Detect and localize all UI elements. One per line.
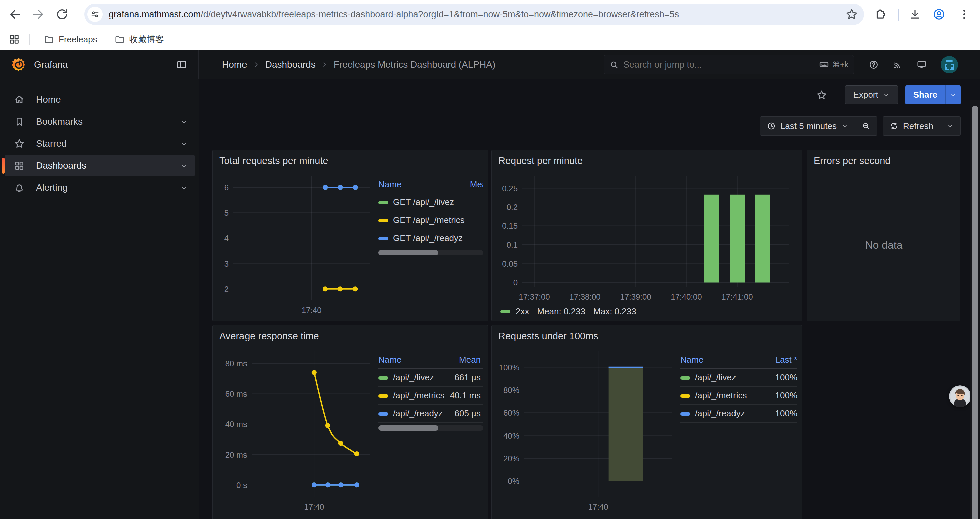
legend-row[interactable]: /api/_/readyz605 µs620 xyxy=(378,405,483,423)
scrollbar-track[interactable] xyxy=(970,100,980,519)
bookmark-folder-freeleaps[interactable]: Freeleaps xyxy=(39,32,103,48)
panel-title[interactable]: Average response time xyxy=(213,325,488,342)
search-box[interactable]: ⌘+k xyxy=(604,55,854,75)
share-button[interactable]: Share xyxy=(905,86,945,104)
area-chart[interactable]: 100%80%60%40%20%0%17:40 xyxy=(496,347,676,514)
sidebar-item-label: Alerting xyxy=(36,182,68,193)
legend-scrollbar[interactable] xyxy=(378,425,483,431)
panel-average-response-time: Average response time 80 ms60 ms40 ms20 … xyxy=(213,325,488,519)
chevron-down-icon[interactable] xyxy=(180,162,188,170)
share-menu-button[interactable] xyxy=(945,86,961,104)
news-rss-icon[interactable] xyxy=(892,60,903,70)
sidebar-item-bookmarks[interactable]: Bookmarks xyxy=(5,111,195,132)
address-bar[interactable]: grafana.mathmast.com/d/deytv4rwavabkb/fr… xyxy=(84,4,864,25)
legend-column-header[interactable]: Name xyxy=(378,177,465,193)
bookmark-folder-blogs[interactable]: 收藏博客 xyxy=(110,31,169,48)
legend-header-row: NameLast * xyxy=(681,353,797,369)
chevron-down-icon xyxy=(947,123,954,129)
panel-title[interactable]: Request per minute xyxy=(492,150,802,166)
browser-profile-icon[interactable] xyxy=(932,8,945,21)
sidebar-item-alerting[interactable]: Alerting xyxy=(5,177,195,198)
chevron-down-icon[interactable] xyxy=(180,184,188,192)
panel-legend: NameLast */api/_/livez100%/api/_/metrics… xyxy=(681,353,797,519)
sidebar-item-home[interactable]: Home xyxy=(5,89,195,110)
legend-swatch xyxy=(681,394,690,398)
legend-scrollbar[interactable] xyxy=(378,250,483,256)
panel-body: 80 ms60 ms40 ms20 ms0 s17:40 NameMeanLas… xyxy=(217,347,485,519)
svg-text:17:39:00: 17:39:00 xyxy=(620,292,651,301)
panel-title[interactable]: Errors per second xyxy=(807,150,960,166)
svg-text:0%: 0% xyxy=(508,477,519,485)
downloads-icon[interactable] xyxy=(908,8,921,21)
export-button[interactable]: Export xyxy=(845,86,898,104)
legend-row[interactable]: /api/_/livez661 µs646 xyxy=(378,369,483,387)
browser-reload-icon[interactable] xyxy=(56,8,69,21)
chevron-down-icon[interactable] xyxy=(180,118,188,126)
legend-column-header[interactable]: Mean xyxy=(445,353,481,369)
chevron-right-icon xyxy=(321,61,328,69)
breadcrumb-dashboards[interactable]: Dashboards xyxy=(265,59,315,70)
legend-value: 2 xyxy=(465,211,483,230)
chevron-down-icon[interactable] xyxy=(180,140,188,148)
svg-text:80 ms: 80 ms xyxy=(226,359,247,368)
time-range-button[interactable]: Last 5 minutes xyxy=(760,117,854,135)
user-avatar[interactable] xyxy=(941,56,958,73)
monitor-icon[interactable] xyxy=(916,60,927,70)
refresh-interval-button[interactable] xyxy=(940,117,960,135)
legend-value: 40.1 ms xyxy=(445,387,481,405)
browser-forward-icon[interactable] xyxy=(31,8,45,21)
sidebar-item-starred[interactable]: Starred xyxy=(5,133,195,154)
legend-column-header[interactable]: Mean xyxy=(465,177,483,193)
site-settings-icon[interactable] xyxy=(88,7,103,22)
svg-text:80%: 80% xyxy=(503,386,519,395)
legend-column-header[interactable]: Last * xyxy=(763,353,797,369)
legend-value: 620 xyxy=(480,405,483,423)
sidebar-item-label: Bookmarks xyxy=(36,116,83,127)
browser-menu-icon[interactable] xyxy=(958,8,970,21)
apps-grid-icon[interactable] xyxy=(9,34,20,45)
svg-text:60%: 60% xyxy=(503,409,519,417)
legend-series-name: /api/_/readyz xyxy=(681,405,763,423)
legend-column-header[interactable]: Name xyxy=(378,353,445,369)
grafana-logo-icon[interactable] xyxy=(11,57,27,72)
bar-chart[interactable]: 0.250.20.150.10.05017:37:0017:38:0017:39… xyxy=(496,171,792,303)
timeseries-chart[interactable]: 6543217:40 xyxy=(217,171,374,317)
legend-row[interactable]: GET /api/_/readyz6 xyxy=(378,230,483,248)
legend-row[interactable]: /api/_/readyz100% xyxy=(681,405,797,423)
favorite-star-icon[interactable] xyxy=(816,89,827,100)
legend-series-label[interactable]: 2xx xyxy=(516,306,529,316)
sidebar-item-dashboards[interactable]: Dashboards xyxy=(5,155,195,176)
grafana-brand-name: Grafana xyxy=(34,59,68,70)
scrollbar-thumb[interactable] xyxy=(972,105,978,519)
legend-row[interactable]: GET /api/_/livez6 xyxy=(378,193,483,211)
search-input[interactable] xyxy=(624,60,819,70)
url-text[interactable]: grafana.mathmast.com/d/deytv4rwavabkb/fr… xyxy=(109,10,845,20)
legend-column-header[interactable]: Las xyxy=(480,353,483,369)
mega-menu-toggle-icon[interactable] xyxy=(177,59,187,70)
keyboard-icon xyxy=(819,60,829,70)
breadcrumb-home[interactable]: Home xyxy=(222,59,247,70)
legend-row[interactable]: /api/_/metrics40.1 ms20.5 m xyxy=(378,387,483,405)
refresh-button[interactable]: Refresh xyxy=(883,117,940,135)
svg-text:20 ms: 20 ms xyxy=(226,450,247,459)
panel-title[interactable]: Requests under 100ms xyxy=(492,325,802,342)
time-picker-group: Last 5 minutes xyxy=(760,116,877,136)
legend-column-header[interactable]: Name xyxy=(681,353,763,369)
help-icon[interactable] xyxy=(869,60,878,70)
url-path: /d/deytv4rwavabkb/freeleaps-metrics-dash… xyxy=(201,10,679,19)
timeseries-chart[interactable]: 80 ms60 ms40 ms20 ms0 s17:40 xyxy=(217,347,374,514)
legend-row[interactable]: /api/_/metrics100% xyxy=(681,387,797,405)
zoom-out-button[interactable] xyxy=(855,117,877,135)
legend-value: 661 µs xyxy=(445,369,481,387)
extensions-icon[interactable] xyxy=(874,8,886,21)
legend-swatch xyxy=(378,219,388,222)
bookmark-star-icon[interactable] xyxy=(845,8,858,21)
legend-row[interactable]: /api/_/livez100% xyxy=(681,369,797,387)
legend-row[interactable]: GET /api/_/metrics2 xyxy=(378,211,483,230)
panel-title[interactable]: Total requests per minute xyxy=(213,150,488,166)
browser-back-icon[interactable] xyxy=(9,8,22,21)
assistant-avatar[interactable] xyxy=(949,385,971,407)
search-shortcut: ⌘+k xyxy=(819,60,848,70)
panel-legend: NameMeanLas/api/_/livez661 µs646/api/_/m… xyxy=(378,353,483,519)
bookmark-icon xyxy=(14,116,25,127)
